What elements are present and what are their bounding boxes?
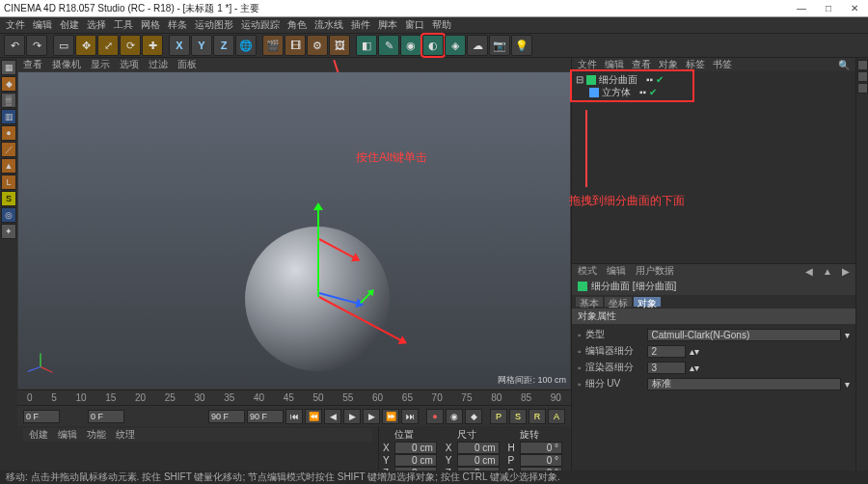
type-dropdown[interactable]: Catmull-Clark(N-Gons) [647, 329, 841, 341]
bt-create[interactable]: 创建 [29, 428, 48, 442]
axis-y-toggle[interactable]: Y [191, 35, 212, 56]
tree-item-subdiv[interactable]: ⊟ 细分曲面 ▪▪ ✔ [576, 73, 664, 86]
close-button[interactable]: ✕ [845, 3, 864, 13]
vm-view[interactable]: 查看 [23, 58, 42, 71]
obj-name-1[interactable]: 立方体 [602, 86, 631, 99]
menu-pipeline[interactable]: 流水线 [314, 18, 343, 32]
rotate-tool[interactable]: ⟳ [120, 35, 141, 56]
autokey[interactable]: ◉ [446, 409, 463, 424]
stepper-icon[interactable]: ▴▾ [690, 363, 699, 373]
redo-button[interactable]: ↷ [26, 35, 47, 56]
edge-mode[interactable]: ／ [1, 142, 16, 157]
attr-userdata[interactable]: 用户数据 [636, 264, 674, 278]
coord-system[interactable]: 🌐 [235, 35, 257, 56]
expand-icon[interactable]: ⊟ [576, 74, 583, 85]
snap-toggle[interactable]: S [1, 191, 16, 206]
size-x[interactable]: 0 cm [457, 442, 500, 454]
rot-h[interactable]: 0 ° [520, 442, 562, 454]
vrt-3[interactable] [857, 83, 868, 94]
scale-tool[interactable]: ⤢ [97, 35, 119, 56]
keysel[interactable]: ◆ [465, 409, 482, 424]
workplane[interactable]: ▥ [1, 109, 16, 124]
menu-plugins[interactable]: 插件 [351, 18, 370, 32]
tab-basic[interactable]: 基本 [576, 297, 603, 307]
goto-end[interactable]: ⏭ [401, 409, 419, 424]
menu-file[interactable]: 文件 [6, 18, 25, 32]
prev-key[interactable]: ⏪ [305, 409, 322, 424]
subed-value[interactable]: 2 [647, 345, 686, 358]
pos-y[interactable]: 0 cm [394, 454, 437, 467]
vm-filter[interactable]: 过滤 [149, 58, 168, 71]
minimize-button[interactable]: — [791, 3, 812, 13]
rot-p[interactable]: 0 ° [520, 454, 562, 467]
next-frame[interactable]: ▶ [363, 409, 380, 424]
enable-checkmark-icon[interactable]: ✔ [656, 74, 664, 85]
camera[interactable]: 📷 [489, 35, 510, 56]
axis-z-toggle[interactable]: Z [213, 35, 234, 56]
menu-mesh[interactable]: 网格 [141, 18, 160, 32]
start-frame[interactable]: 0 F [23, 410, 60, 423]
nav-back-icon[interactable]: ◀ [805, 266, 813, 277]
viewport[interactable]: 按住Alt键单击 网格间距: 100 cm [18, 72, 570, 389]
vm-panel[interactable]: 面板 [177, 58, 197, 71]
render-settings[interactable]: ⚙ [307, 35, 328, 56]
menu-select[interactable]: 选择 [87, 18, 106, 32]
vrt-2[interactable] [857, 71, 868, 82]
tree-item-cube[interactable]: 立方体 ▪▪ ✔ [576, 86, 664, 98]
primitive-cube[interactable]: ◧ [356, 35, 377, 56]
goto-start[interactable]: ⏮ [285, 409, 303, 424]
nav-up-icon[interactable]: ▲ [823, 266, 832, 277]
menu-help[interactable]: 帮助 [432, 18, 451, 32]
spline-pen[interactable]: ✎ [378, 35, 399, 56]
timeline[interactable]: 051015202530354045505560657075808590 [17, 390, 571, 405]
subdivision-surface-button[interactable]: ◐ [422, 35, 444, 56]
pos-x[interactable]: 0 cm [394, 442, 437, 454]
bt-edit[interactable]: 编辑 [58, 428, 77, 442]
prev-frame[interactable]: ◀ [324, 409, 341, 424]
poly-mode[interactable]: ▲ [1, 158, 16, 174]
bt-func[interactable]: 功能 [87, 428, 106, 442]
obj-name-0[interactable]: 细分曲面 [599, 73, 637, 87]
menu-spline[interactable]: 样条 [168, 18, 187, 32]
dd-icon[interactable]: ▾ [845, 330, 850, 340]
play-button[interactable]: ▶ [343, 409, 361, 424]
vm-camera[interactable]: 摄像机 [52, 58, 81, 71]
end-frame[interactable]: 90 F [208, 410, 245, 423]
dd-icon[interactable]: ▾ [845, 379, 850, 390]
render-region[interactable]: 🎞 [285, 35, 306, 56]
bt-tex[interactable]: 纹理 [116, 428, 135, 442]
menu-character[interactable]: 角色 [287, 18, 307, 32]
generator-nurbs[interactable]: ◉ [400, 35, 421, 56]
vrt-1[interactable] [857, 60, 868, 70]
menu-edit[interactable]: 编辑 [33, 18, 52, 32]
menu-tools[interactable]: 工具 [114, 18, 133, 32]
current-frame[interactable]: 0 F [88, 410, 124, 423]
model-mode[interactable]: ◆ [1, 76, 16, 92]
maximize-button[interactable]: □ [820, 3, 837, 13]
viewport-solo[interactable]: ◎ [1, 207, 16, 223]
environment[interactable]: ☁ [467, 35, 488, 56]
axis-mode[interactable]: L [1, 175, 16, 190]
key-r[interactable]: R [529, 409, 546, 424]
picture-viewer[interactable]: 🖼 [329, 35, 350, 56]
size-y[interactable]: 0 cm [457, 454, 500, 467]
menu-mograph[interactable]: 运动图形 [195, 18, 233, 32]
attr-mode[interactable]: 模式 [578, 264, 597, 278]
point-mode[interactable]: ● [1, 125, 16, 141]
tab-object[interactable]: 对象 [634, 297, 661, 307]
vm-display[interactable]: 显示 [91, 58, 110, 71]
next-key[interactable]: ⏩ [382, 409, 399, 424]
undo-button[interactable]: ↶ [4, 35, 25, 56]
key-p[interactable]: P [490, 409, 507, 424]
select-tool[interactable]: ▭ [53, 35, 74, 56]
object-tree[interactable]: ⊟ 细分曲面 ▪▪ ✔ 立方体 ▪▪ ✔ [572, 71, 692, 100]
vis-dots[interactable]: ▪▪ [646, 74, 653, 85]
key-s[interactable]: S [509, 409, 527, 424]
menu-window[interactable]: 窗口 [405, 18, 424, 32]
gizmo-y-axis[interactable] [317, 205, 319, 297]
vm-options[interactable]: 选项 [120, 58, 139, 71]
om-tags[interactable]: 标签 [686, 58, 705, 71]
nav-fwd-icon[interactable]: ▶ [842, 266, 850, 277]
menu-tracker[interactable]: 运动跟踪 [241, 18, 280, 32]
deformer[interactable]: ◈ [445, 35, 466, 56]
